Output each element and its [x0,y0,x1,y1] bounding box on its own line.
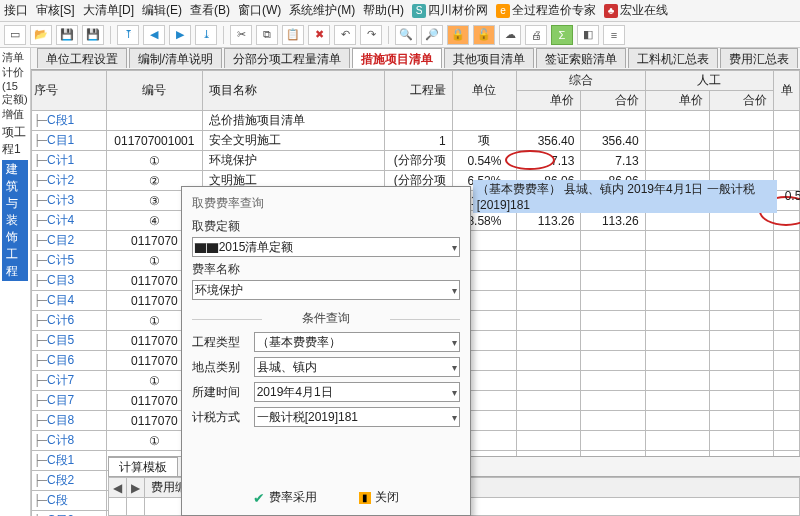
tool-left-icon[interactable]: ◀ [143,25,165,45]
menu-item[interactable]: 接口 [4,2,28,19]
tool-undo-icon[interactable]: ↶ [334,25,356,45]
chevron-down-icon: ▾ [452,242,457,253]
tab-3[interactable]: 措施项目清单 [352,48,442,68]
col-zh-price: 单价 [517,91,581,111]
menu-item[interactable]: 大清单[D] [83,2,134,19]
menu-item[interactable]: 帮助(H) [363,2,404,19]
cond-label: 所建时间 [192,384,248,401]
logo-s-icon: S [412,4,426,18]
tab-5[interactable]: 签证索赔清单 [536,48,626,68]
tab-7[interactable]: 费用汇总表 [720,48,798,68]
tool-save-icon[interactable]: 💾 [56,25,78,45]
col-name: 项目名称 [203,71,385,111]
tool-misc-icon[interactable]: ◧ [577,25,599,45]
close-icon: ▮ [359,492,371,504]
table-row[interactable]: ├─C计1①环境保护(分部分项0.54%7.137.13 [31,151,799,171]
table-row[interactable]: ├─C段1总价措施项目清单 [31,111,799,131]
cond-combo[interactable]: 一般计税[2019]181▾ [254,407,460,427]
col-seq: 序号 [31,71,106,111]
rate-result-text: （基本费费率） 县城、镇内 2019年4月1日 一般计税[2019]181 [473,180,777,213]
combo-flmc[interactable]: 环境保护▾ [192,280,460,300]
tool-copy-icon[interactable]: ⧉ [256,25,278,45]
tool-misc2-icon[interactable]: ≡ [603,25,625,45]
ext-link-scj[interactable]: S四川材价网 [412,2,488,19]
menu-bar: 接口 审核[S] 大清单[D] 编辑(E) 查看(B) 窗口(W) 系统维护(M… [0,0,800,22]
logo-e-icon: e [496,4,510,18]
popup-title: 取费费率查询 [192,195,460,212]
chevron-down-icon: ▾ [452,285,457,296]
tool-cut-icon[interactable]: ✂ [230,25,252,45]
ext-link-qgc[interactable]: e全过程造价专家 [496,2,596,19]
menu-item[interactable]: 编辑(E) [142,2,182,19]
tab-6[interactable]: 工料机汇总表 [628,48,718,68]
tool-paste-icon[interactable]: 📋 [282,25,304,45]
chevron-down-icon: ▾ [452,337,457,348]
col-zh-total: 合价 [581,91,645,111]
lbl-flmc: 费率名称 [192,261,460,278]
table-row[interactable]: ├─C目1011707001001安全文明施工1项356.40356.40 [31,131,799,151]
tab-2[interactable]: 分部分项工程量清单 [224,48,350,68]
col-code: 编号 [106,71,202,111]
cond-combo[interactable]: （基本费费率）▾ [254,332,460,352]
col-last: 单 [774,71,800,111]
tool-open-icon[interactable]: 📂 [30,25,52,45]
col-group-rg: 人工 [645,71,774,91]
chevron-down-icon: ▾ [452,362,457,373]
tool-print-icon[interactable]: 🖨 [525,25,547,45]
btn-apply-rate[interactable]: ✔费率采用 [244,486,326,509]
tool-search-icon[interactable]: 🔍 [395,25,417,45]
menu-item[interactable]: 窗口(W) [238,2,281,19]
ext-link-hy[interactable]: ♣宏业在线 [604,2,668,19]
menu-item[interactable]: 系统维护(M) [289,2,355,19]
chevron-down-icon: ▾ [452,387,457,398]
tool-search2-icon[interactable]: 🔎 [421,25,443,45]
menu-item[interactable]: 查看(B) [190,2,230,19]
col-unit: 单位 [452,71,516,111]
tool-calc-icon[interactable]: Σ [551,25,573,45]
project-tree-sidebar: 清单计价(15定额)增值 项工程1 建筑与装饰工程 [0,48,31,516]
bottom-arrow-right[interactable]: ▶ [127,478,145,498]
rate-result-strip: （基本费费率） 县城、镇内 2019年4月1日 一般计税[2019]181 0.… [473,186,800,206]
tool-redo-icon[interactable]: ↷ [360,25,382,45]
tab-1[interactable]: 编制/清单说明 [129,48,222,68]
check-icon: ✔ [253,490,265,506]
tool-lock-icon[interactable]: 🔒 [447,25,469,45]
btn-close[interactable]: ▮关闭 [350,486,408,509]
cond-label: 地点类别 [192,359,248,376]
col-group-zh: 综合 [517,71,646,91]
tool-delete-icon[interactable]: ✖ [308,25,330,45]
cond-header: 条件查询 [192,310,460,327]
cond-label: 工程类型 [192,334,248,351]
cond-label: 计税方式 [192,409,248,426]
tool-unlock-icon[interactable]: 🔓 [473,25,495,45]
col-eng: 工程量 [385,71,453,111]
sidebar-selected-item[interactable]: 建筑与装饰工程 [2,160,28,281]
col-rg-total: 合价 [709,91,773,111]
col-rg-price: 单价 [645,91,709,111]
sheet-tabs: 单位工程设置 编制/清单说明 分部分项工程量清单 措施项目清单 其他项目清单 签… [31,48,800,70]
cond-combo[interactable]: 2019年4月1日▾ [254,382,460,402]
sidebar-line2[interactable]: 项工程1 [2,124,28,158]
tab-4[interactable]: 其他项目清单 [444,48,534,68]
bottom-tab[interactable]: 计算模板 [108,457,178,476]
tool-new-icon[interactable]: ▭ [4,25,26,45]
combo-dqdn[interactable]: ▇▇2015清单定额▾ [192,237,460,257]
tool-down-icon[interactable]: ⤓ [195,25,217,45]
logo-user-icon: ♣ [604,4,618,18]
rate-query-popup: 取费费率查询 取费定额 ▇▇2015清单定额▾ 费率名称 环境保护▾ 条件查询 … [181,186,471,516]
bottom-arrow-left[interactable]: ◀ [109,478,127,498]
chevron-down-icon: ▾ [452,412,457,423]
rate-result-pct: 0.54% [777,188,800,204]
cond-combo[interactable]: 县城、镇内▾ [254,357,460,377]
tool-save2-icon[interactable]: 💾 [82,25,104,45]
lbl-dqdn: 取费定额 [192,218,460,235]
tool-up-icon[interactable]: ⤒ [117,25,139,45]
sidebar-line1: 清单计价(15定额)增值 [2,50,28,122]
tab-0[interactable]: 单位工程设置 [37,48,127,68]
tool-right-icon[interactable]: ▶ [169,25,191,45]
tool-cloud-icon[interactable]: ☁ [499,25,521,45]
toolbar: ▭ 📂 💾 💾 ⤒ ◀ ▶ ⤓ ✂ ⧉ 📋 ✖ ↶ ↷ 🔍 🔎 🔒 🔓 ☁ 🖨 … [0,22,800,48]
menu-item[interactable]: 审核[S] [36,2,75,19]
